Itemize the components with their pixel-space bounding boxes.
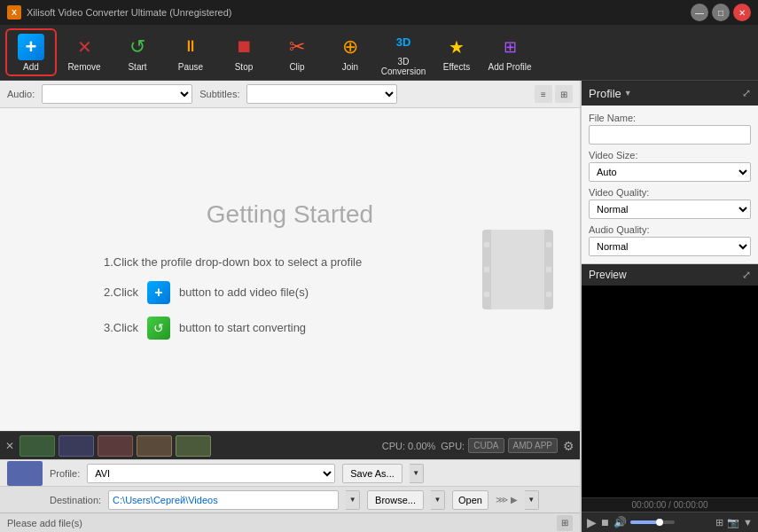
waveform-thumb-4 — [137, 435, 172, 457]
preview-more-button[interactable]: ▼ — [743, 517, 753, 528]
audioquality-field-group: Audio Quality: Normal High Low — [589, 224, 751, 256]
status-message: Please add file(s) — [7, 518, 82, 528]
film-strip-decoration — [482, 230, 553, 309]
waveform-thumb-3 — [98, 435, 133, 457]
join-button[interactable]: ⊕ Join — [324, 28, 376, 76]
browse-dropdown-arrow[interactable]: ▼ — [431, 490, 445, 510]
app-icon: X — [7, 5, 21, 20]
grid-view-icon[interactable]: ⊞ — [555, 85, 573, 103]
step-1: 1.Click the profile drop-down box to sel… — [104, 255, 476, 269]
getting-started-area: Getting Started 1.Click the profile drop… — [0, 108, 580, 431]
profile-expand-icon[interactable]: ⤢ — [742, 87, 751, 99]
subtitles-select[interactable] — [246, 84, 397, 104]
window-controls: — □ ✕ — [691, 4, 751, 21]
left-panel: Audio: Subtitles: ≡ ⊞ Getting Started 1.… — [0, 81, 581, 532]
profile-label: Profile: — [50, 468, 80, 479]
step-3-start-icon: ↺ — [147, 317, 170, 340]
fullscreen-button[interactable]: ⊞ — [715, 517, 723, 528]
effects-button[interactable]: ★ Effects — [431, 28, 482, 76]
nav-dropdown-arrow[interactable]: ▼ — [525, 490, 539, 510]
preview-expand-icon[interactable]: ⤢ — [742, 269, 751, 281]
play-button[interactable]: ▶ — [587, 515, 597, 529]
right-ctrl-icons: ⊞ 📷 ▼ — [715, 517, 753, 528]
stop-button[interactable]: ⏹ Stop — [218, 28, 270, 76]
waveform-bar: ✕ CPU: 0.00% GPU: CUDA AMD APP ⚙ — [0, 431, 580, 459]
step-2: 2.Click + button to add video file(s) — [104, 281, 476, 304]
join-icon: ⊕ — [337, 34, 363, 60]
open-button[interactable]: Open — [452, 490, 488, 510]
stop-label: Stop — [235, 62, 254, 72]
3d-conversion-button[interactable]: 3D 3D Conversion — [378, 28, 429, 76]
pause-button[interactable]: ⏸ Pause — [165, 28, 216, 76]
add-profile-button[interactable]: ⊞ Add Profile — [484, 28, 535, 76]
step-3-post: button to start converting — [179, 321, 306, 334]
waveform-thumbnails — [20, 435, 377, 457]
right-panel: Profile ▼ ⤢ File Name: Video Size: Auto … — [581, 81, 758, 532]
start-label: Start — [128, 62, 146, 72]
add-profile-label: Add Profile — [488, 62, 532, 72]
save-as-button[interactable]: Save As... — [342, 464, 402, 483]
videosize-select[interactable]: Auto 1920x1080 1280x720 — [589, 162, 751, 182]
maximize-button[interactable]: □ — [712, 4, 730, 21]
minimize-button[interactable]: — — [691, 4, 708, 21]
add-icon: + — [18, 34, 44, 60]
close-button[interactable]: ✕ — [733, 4, 751, 21]
getting-started-title: Getting Started — [207, 200, 373, 229]
preview-screen — [582, 286, 758, 497]
remove-button[interactable]: ✕ Remove — [59, 28, 110, 76]
profile-section-header: Profile ▼ ⤢ — [582, 81, 758, 106]
profile-select[interactable]: AVI — [87, 464, 335, 483]
filename-label: File Name: — [589, 113, 751, 123]
list-view-icon[interactable]: ≡ — [535, 85, 552, 103]
title-bar-left: X Xilisoft Video Converter Ultimate (Unr… — [7, 5, 232, 20]
step-2-pre: 2.Click — [104, 286, 138, 299]
preview-controls: ▶ ⏹ 🔊 ⊞ 📷 ▼ — [582, 512, 758, 532]
toolbar: + Add ✕ Remove ↺ Start ⏸ Pause ⏹ Stop ✂ … — [0, 25, 758, 81]
remove-label: Remove — [67, 62, 100, 72]
add-button[interactable]: + Add — [5, 28, 57, 76]
filename-input[interactable] — [589, 125, 751, 145]
waveform-thumb-1 — [20, 435, 55, 457]
audioquality-label: Audio Quality: — [589, 224, 751, 235]
content-area: Audio: Subtitles: ≡ ⊞ Getting Started 1.… — [0, 81, 758, 532]
videosize-label: Video Size: — [589, 150, 751, 160]
status-icons: ⊞ — [557, 515, 573, 531]
amd-button[interactable]: AMD APP — [508, 438, 558, 453]
clip-button[interactable]: ✂ Clip — [271, 28, 323, 76]
add-label: Add — [23, 62, 39, 72]
preview-title: Preview — [589, 269, 627, 281]
start-icon: ↺ — [124, 34, 151, 60]
volume-slider[interactable] — [630, 520, 675, 524]
list-view-icons: ≡ ⊞ — [535, 85, 573, 103]
destination-bar: Destination: ▼ Browse... ▼ Open ⋙ ▶ ▼ — [0, 486, 580, 512]
profile-thumbnail — [7, 461, 43, 486]
videoquality-select[interactable]: Normal High Low — [589, 200, 751, 219]
start-button[interactable]: ↺ Start — [112, 28, 163, 76]
stop-preview-button[interactable]: ⏹ — [600, 517, 610, 528]
volume-button[interactable]: 🔊 — [613, 516, 627, 528]
title-bar: X Xilisoft Video Converter Ultimate (Unr… — [0, 0, 758, 25]
audio-select[interactable] — [42, 84, 192, 104]
step-1-text: 1.Click the profile drop-down box to sel… — [104, 255, 362, 269]
subtitles-label: Subtitles: — [199, 89, 239, 99]
volume-fill — [630, 520, 657, 524]
nav-arrows[interactable]: ⋙ ▶ — [496, 495, 518, 505]
settings-icon[interactable]: ⚙ — [563, 439, 574, 453]
cuda-button[interactable]: CUDA — [468, 438, 504, 453]
audioquality-select[interactable]: Normal High Low — [589, 237, 751, 256]
waveform-close-icon[interactable]: ✕ — [5, 440, 14, 452]
remove-icon: ✕ — [71, 34, 98, 60]
status-icon-1: ⊞ — [557, 515, 573, 531]
browse-button[interactable]: Browse... — [367, 490, 424, 510]
step-2-post: button to add video file(s) — [179, 286, 309, 299]
videoquality-label: Video Quality: — [589, 187, 751, 198]
save-as-dropdown-arrow[interactable]: ▼ — [410, 464, 424, 483]
profile-section-title: Profile ▼ — [589, 87, 632, 100]
preview-section: Preview ⤢ 00:00:00 / 00:00:00 ▶ ⏹ 🔊 ⊞ 📷 — [582, 263, 758, 532]
destination-input[interactable] — [108, 490, 339, 510]
dest-dropdown-arrow[interactable]: ▼ — [346, 490, 360, 510]
profile-bar: Profile: AVI Save As... ▼ — [0, 459, 580, 486]
snapshot-button[interactable]: 📷 — [727, 517, 739, 528]
app-title: Xilisoft Video Converter Ultimate (Unreg… — [27, 7, 232, 18]
gpu-label: GPU: — [441, 441, 465, 451]
